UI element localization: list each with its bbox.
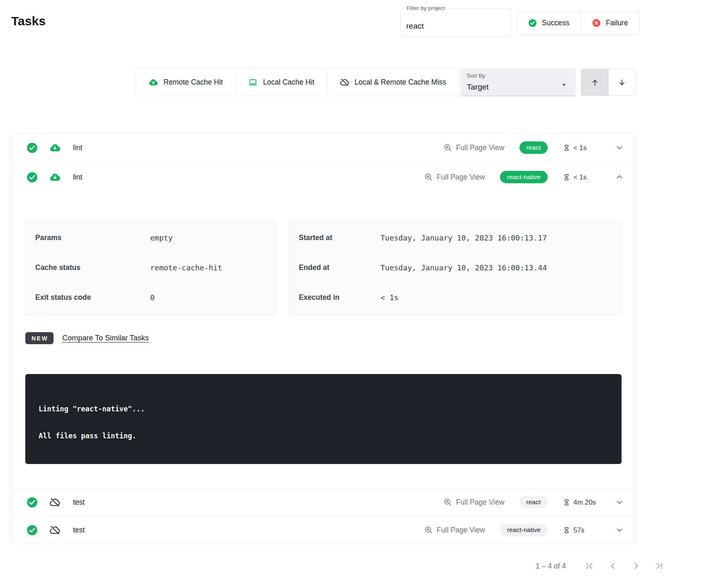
task-list: lint Full Page View react < 1s — [11, 133, 636, 544]
remote-cache-hit-label: Remote Cache Hit — [163, 78, 223, 87]
task-name: test — [73, 526, 85, 535]
task-row-test-react-native: test Full Page View react-native 57s — [12, 516, 635, 544]
task-row-right: Full Page View react-native < 1s — [424, 171, 624, 184]
full-page-view-button[interactable]: Full Page View — [424, 173, 485, 182]
full-page-view-label: Full Page View — [437, 526, 485, 535]
task-duration: < 1s — [563, 173, 598, 181]
task-name: lint — [73, 173, 82, 182]
expand-task-button[interactable] — [615, 143, 624, 152]
project-chip[interactable]: react-native — [500, 171, 548, 184]
x-circle-icon — [592, 19, 601, 27]
task-duration-label: 4m 20s — [573, 498, 596, 506]
cache-filter-group: Remote Cache Hit Local Cache Hit Local &… — [136, 68, 459, 96]
full-page-view-label: Full Page View — [437, 173, 485, 182]
task-detail-panels: Params empty Cache status remote-cache-h… — [25, 219, 622, 316]
last-page-icon — [654, 561, 664, 571]
first-page-icon — [585, 561, 595, 571]
sort-by-value: Target — [467, 83, 489, 92]
executed-in-label: Executed in — [299, 293, 380, 302]
detail-row-cache-status: Cache status remote-cache-hit — [35, 253, 266, 282]
exit-code-value: 0 — [150, 293, 155, 302]
check-circle-icon — [528, 19, 537, 27]
failure-filter-label: Failure — [606, 19, 628, 27]
pagination: 1 – 4 of 4 — [536, 560, 666, 572]
cache-miss-filter-button[interactable]: Local & Remote Cache Miss — [327, 69, 459, 96]
started-at-label: Started at — [299, 233, 380, 242]
project-chip[interactable]: react — [519, 496, 548, 509]
zoom-in-icon — [424, 525, 433, 535]
chevron-up-icon — [615, 173, 624, 182]
detail-row-executed-in: Executed in < 1s — [299, 282, 612, 312]
chevron-left-icon — [608, 561, 618, 571]
full-page-view-button[interactable]: Full Page View — [443, 143, 504, 152]
sort-direction-toggle — [581, 69, 636, 96]
task-row-left: lint — [27, 142, 443, 153]
tasks-page: Tasks Filter by project react Success Fa… — [0, 0, 712, 588]
task-row-lint-react: lint Full Page View react < 1s — [12, 133, 635, 162]
hourglass-icon — [563, 526, 571, 534]
task-detail-section: Params empty Cache status remote-cache-h… — [12, 192, 635, 488]
chevron-right-icon — [631, 561, 641, 571]
sort-descending-button[interactable] — [608, 69, 635, 95]
cloud-download-icon — [149, 78, 158, 87]
project-filter-field[interactable]: Filter by project react — [400, 8, 512, 37]
params-value: empty — [150, 233, 173, 242]
task-name: lint — [73, 143, 82, 152]
zoom-in-icon — [443, 143, 452, 152]
params-label: Params — [35, 233, 150, 242]
detail-row-exit-code: Exit status code 0 — [35, 282, 266, 312]
pagination-range-label: 1 – 4 of 4 — [536, 562, 566, 571]
chevron-down-icon — [615, 498, 624, 507]
task-row-right: Full Page View react < 1s — [443, 141, 624, 154]
cloud-slash-icon — [49, 525, 61, 536]
task-params-panel: Params empty Cache status remote-cache-h… — [25, 219, 276, 316]
local-cache-hit-label: Local Cache Hit — [263, 78, 315, 87]
collapse-task-button[interactable] — [615, 173, 624, 182]
sort-by-label: Sort By — [467, 73, 485, 79]
failure-filter-button[interactable]: Failure — [580, 12, 639, 34]
sort-ascending-button[interactable] — [581, 69, 608, 95]
full-page-view-button[interactable]: Full Page View — [424, 525, 485, 535]
remote-cache-hit-filter-button[interactable]: Remote Cache Hit — [136, 69, 235, 96]
sort-by-select[interactable]: Sort By Target — [461, 68, 575, 96]
detail-row-ended-at: Ended at Tuesday, January 10, 2023 16:00… — [299, 253, 612, 282]
task-duration: 4m 20s — [563, 498, 598, 506]
task-row-right: Full Page View react 4m 20s — [443, 496, 624, 509]
full-page-view-label: Full Page View — [456, 498, 504, 507]
cloud-slash-icon — [49, 497, 61, 508]
task-duration: < 1s — [563, 144, 598, 152]
success-filter-button[interactable]: Success — [517, 12, 580, 34]
task-row-right: Full Page View react-native 57s — [424, 524, 624, 537]
project-filter-label: Filter by project — [405, 5, 447, 11]
project-chip[interactable]: react-native — [500, 524, 548, 537]
cache-status-value: remote-cache-hit — [150, 263, 222, 272]
detail-row-started-at: Started at Tuesday, January 10, 2023 16:… — [299, 223, 612, 253]
last-page-button[interactable] — [653, 560, 666, 572]
ended-at-label: Ended at — [299, 263, 380, 272]
project-filter-value[interactable]: react — [406, 22, 424, 31]
project-chip[interactable]: react — [519, 141, 548, 154]
expand-task-button[interactable] — [615, 498, 624, 507]
cloud-download-icon — [49, 142, 61, 153]
full-page-view-label: Full Page View — [456, 143, 504, 152]
check-circle-icon — [27, 525, 38, 536]
compare-row: NEW Compare To Similar Tasks — [25, 332, 622, 344]
cloud-download-icon — [49, 172, 61, 183]
expand-task-button[interactable] — [615, 525, 624, 535]
ended-at-value: Tuesday, January 10, 2023 16:00:13.44 — [380, 263, 547, 272]
arrow-down-icon — [617, 78, 627, 87]
success-filter-label: Success — [542, 19, 569, 27]
first-page-button[interactable] — [583, 560, 596, 572]
cloud-slash-icon — [340, 78, 349, 87]
compare-to-similar-tasks-link[interactable]: Compare To Similar Tasks — [62, 334, 149, 343]
task-row-header: lint Full Page View react-native — [12, 163, 635, 192]
detail-row-params: Params empty — [35, 223, 266, 253]
previous-page-button[interactable] — [607, 560, 619, 572]
hourglass-icon — [563, 144, 571, 152]
task-timing-panel: Started at Tuesday, January 10, 2023 16:… — [289, 219, 622, 316]
check-circle-icon — [27, 142, 38, 153]
laptop-icon — [248, 78, 258, 87]
next-page-button[interactable] — [630, 560, 642, 572]
local-cache-hit-filter-button[interactable]: Local Cache Hit — [235, 69, 327, 96]
full-page-view-button[interactable]: Full Page View — [443, 498, 504, 507]
